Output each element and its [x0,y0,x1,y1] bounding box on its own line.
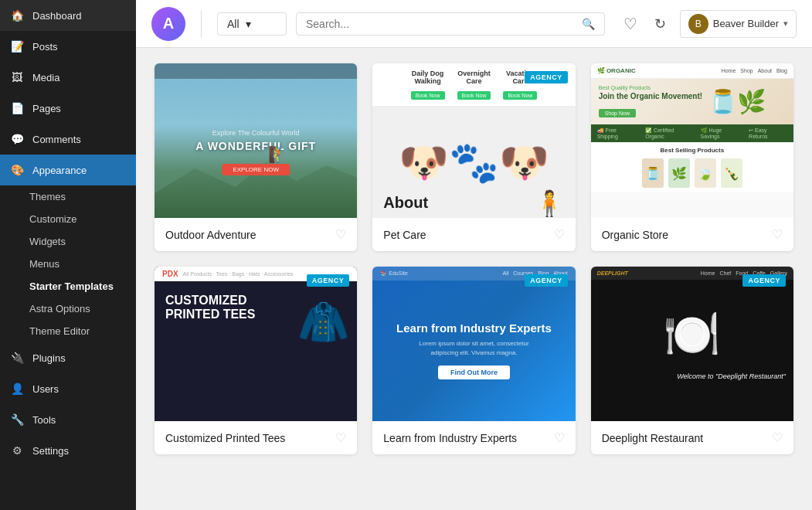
site-logo: A [151,7,185,41]
main-content: A All ▾ 🔍 ♡ ↻ B Beaver Builder ▾ [136,0,812,510]
organic-topbar: 🌿 ORGANIC HomeShopAboutBlog [591,63,793,79]
template-footer-organic: Organic Store ♡ [591,218,793,251]
tshirt-nav: All Products · Tees · Bags · Hats · Acce… [183,271,294,277]
template-preview-organic: 🌿 ORGANIC HomeShopAboutBlog Best Quality… [591,63,793,218]
sidebar-item-menus[interactable]: Menus [0,253,136,275]
outdoor-cta: EXPLORE NOW [222,164,290,175]
plugins-icon: 🔌 [9,350,25,366]
organic-features: 🚚 Free Shipping ✅ Certified Organic 🌿 Hu… [591,124,793,142]
sidebar-item-theme-editor[interactable]: Theme Editor [0,320,136,342]
agency-badge-petcare: AGENCY [525,71,568,83]
sidebar-item-starter-templates[interactable]: Starter Templates [0,275,136,298]
edu-cta-btn: Find Out More [438,366,510,379]
templates-grid: Explore The Colourful World A WONDERFUL … [155,63,793,454]
outdoor-btn: EXPLORE NOW [222,164,290,175]
agency-badge-tshirt: AGENCY [307,274,350,287]
toolbar-divider [201,10,202,38]
filter-dropdown[interactable]: All ▾ [217,12,287,36]
template-preview-tshirt: AGENCY PDX All Products · Tees · Bags · … [155,267,357,421]
favorite-petcare-button[interactable]: ♡ [554,227,565,242]
user-menu-button[interactable]: B Beaver Builder ▾ [680,10,797,38]
template-footer-tshirt: Customized Printed Tees ♡ [155,421,357,454]
sidebar-item-dashboard[interactable]: 🏠 Dashboard [0,0,136,31]
tshirt-figure: 🧥 [297,298,349,346]
sidebar-item-customize[interactable]: Customize [0,208,136,230]
sidebar-item-themes[interactable]: Themes [0,185,136,208]
avatar: B [688,14,708,34]
product-3: 🍃 [695,158,716,188]
templates-grid-area: Explore The Colourful World A WONDERFUL … [136,48,812,510]
favorite-restaurant-button[interactable]: ♡ [772,430,783,445]
petcare-dogs-area: 🐶🐾🐶 About 🧍 [372,107,575,218]
template-card-petcare[interactable]: AGENCY Daily DogWalking Book Now Overnig… [372,63,575,251]
template-card-organic[interactable]: 🌿 ORGANIC HomeShopAboutBlog Best Quality… [591,63,793,251]
edu-title: Learn from Industry Experts [396,321,552,335]
template-footer-education: Learn from Industry Experts ♡ [372,421,575,454]
edu-logo: 📚 EduSite [380,270,407,277]
organic-nav: HomeShopAboutBlog [722,68,787,73]
refresh-button[interactable]: ↻ [651,12,669,36]
appearance-icon: 🎨 [9,162,25,178]
template-name-restaurant: Deeplight Restaurant [602,432,704,444]
petcare-col-walking: Daily DogWalking Book Now [411,70,445,100]
restaurant-content: 🍽️ Welcome to "Deeplight Restaurant" [591,280,793,388]
template-footer-petcare: Pet Care ♡ [372,218,575,251]
toolbar-actions: ♡ ↻ B Beaver Builder ▾ [620,10,797,38]
sidebar-item-users[interactable]: 👤 Users [0,373,136,404]
template-card-outdoor[interactable]: Explore The Colourful World A WONDERFUL … [155,63,357,251]
dashboard-icon: 🏠 [9,8,25,23]
comments-icon: 💬 [9,131,25,147]
template-footer-outdoor: Outdoor Adventure ♡ [155,218,357,251]
search-box: 🔍 [296,12,605,36]
tshirt-hero: CUSTOMIZED PRINTED TEES 🧥 [155,281,357,414]
sidebar-item-tools[interactable]: 🔧 Tools [0,404,136,435]
template-preview-education: AGENCY 📚 EduSite AllCoursesBlogAbout Lea… [372,267,575,421]
organic-text: Best Quality Products Join the Organic M… [599,85,702,118]
template-name-tshirt: Customized Printed Tees [165,432,285,444]
favorite-outdoor-button[interactable]: ♡ [335,227,346,242]
template-name-outdoor: Outdoor Adventure [165,229,257,241]
template-card-tshirt[interactable]: AGENCY PDX All Products · Tees · Bags · … [155,267,357,454]
template-preview-petcare: AGENCY Daily DogWalking Book Now Overnig… [372,63,575,218]
template-preview-outdoor: Explore The Colourful World A WONDERFUL … [155,63,357,218]
template-card-education[interactable]: AGENCY 📚 EduSite AllCoursesBlogAbout Lea… [372,267,575,454]
sidebar-item-astra-options[interactable]: Astra Options [0,298,136,320]
favorites-button[interactable]: ♡ [620,12,640,36]
sidebar-item-posts[interactable]: 📝 Posts [0,31,136,62]
sidebar-item-appearance[interactable]: 🎨 Appearance [0,155,136,185]
search-input[interactable] [306,18,576,30]
outdoor-main-text: A WONDERFUL GIFT [155,140,357,152]
product-4: 🍾 [721,158,742,188]
about-text: About [383,194,428,212]
user-chevron-icon: ▾ [783,19,788,29]
chevron-down-icon: ▾ [246,18,251,30]
sidebar-item-settings[interactable]: ⚙ Settings [0,435,136,466]
agency-badge-education: AGENCY [525,274,568,287]
posts-icon: 📝 [9,39,25,54]
petcare-col-overnight: OvernightCare Book Now [457,70,491,100]
organic-tagline: Best Quality Products [599,85,702,90]
template-card-restaurant[interactable]: AGENCY DEEPLIGHT HomeChefFoodCaffeGaller… [591,267,793,454]
search-icon: 🔍 [582,18,595,30]
outdoor-topbar [155,63,357,79]
food-emoji: 🍽️ [663,307,721,362]
sidebar-item-pages[interactable]: 📄 Pages [0,93,136,124]
template-name-education: Learn from Industry Experts [383,432,517,444]
edu-subtitle: Lorem ipsum dolor sit amet, consectetur … [404,339,543,358]
sidebar-item-comments[interactable]: 💬 Comments [0,124,136,155]
organic-hero-title: Join the Organic Movement! [599,92,702,101]
sidebar-item-plugins[interactable]: 🔌 Plugins [0,342,136,373]
favorite-education-button[interactable]: ♡ [554,430,565,445]
sidebar: 🏠 Dashboard 📝 Posts 🖼 Media 📄 Pages 💬 Co… [0,0,136,510]
favorite-tshirt-button[interactable]: ♡ [335,430,346,445]
users-icon: 👤 [9,381,25,396]
favorite-organic-button[interactable]: ♡ [772,227,783,242]
sidebar-item-widgets[interactable]: Widgets [0,230,136,253]
restaurant-tagline: Welcome to "Deeplight Restaurant" [677,372,786,380]
dogs-emoji: 🐶🐾🐶 [399,142,549,182]
appearance-arrow [134,162,136,178]
organic-logo: 🌿 ORGANIC [597,67,636,74]
restaurant-logo: DEEPLIGHT [597,270,628,276]
media-icon: 🖼 [9,70,25,85]
sidebar-item-media[interactable]: 🖼 Media [0,62,136,93]
